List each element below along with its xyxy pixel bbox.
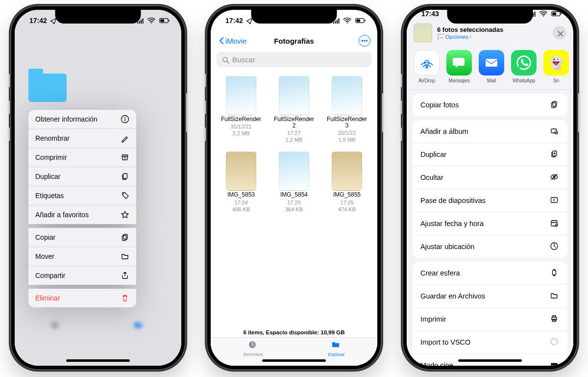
back-label: iMovie [225, 37, 246, 45]
file-item[interactable]: FullSizeRender 2 17:27 1,2 MB [269, 76, 319, 143]
clock-icon [248, 340, 259, 351]
location-arrow-icon [245, 17, 252, 24]
tab-browse[interactable]: Explorar [328, 340, 345, 357]
action-crear-esfera[interactable]: Crear esfera [413, 262, 567, 285]
message-icon [446, 50, 472, 75]
share-app-airdrop[interactable]: AirDrop [414, 50, 440, 83]
location-icon [550, 242, 560, 251]
share-app-label: AirDrop [418, 78, 435, 83]
play-rect-icon [550, 196, 560, 205]
action-guardar-en-archivos[interactable]: Guardar en Archivos [413, 285, 567, 308]
file-item[interactable]: IMG_5853 17:24 496 KB [216, 151, 267, 212]
nav-bar: iMovie Fotografías ••• [211, 31, 377, 50]
share-apps-row[interactable]: AirDropMensajesMailWhatsApp👻Sn [407, 47, 573, 90]
search-input[interactable]: Buscar [217, 52, 371, 67]
file-thumbnail [332, 76, 362, 115]
action-imprimir[interactable]: Imprimir [413, 308, 567, 331]
file-size: 364 KB [285, 206, 303, 212]
info-circle-icon [121, 115, 129, 124]
action-ocultar[interactable]: Ocultar [413, 166, 567, 189]
share-app-mensajes[interactable]: Mensajes [446, 50, 472, 83]
tag-icon [121, 191, 129, 200]
action-ajustar-ubicación[interactable]: Ajustar ubicación [413, 235, 567, 258]
context-item-añadir-a-favoritos[interactable]: Añadir a favoritos [28, 205, 136, 224]
selected-folder[interactable] [28, 69, 73, 104]
context-item-label: Mover [35, 252, 54, 260]
search-icon [221, 56, 229, 64]
wifi-icon [539, 10, 548, 17]
context-item-renombrar[interactable]: Renombrar [28, 129, 136, 148]
close-button[interactable] [553, 26, 566, 40]
action-duplicar[interactable]: Duplicar [413, 143, 567, 166]
action-label: Ocultar [420, 174, 443, 181]
file-item[interactable]: IMG_5854 17:25 364 KB [269, 151, 319, 212]
file-name: FullSizeRender 3 [324, 116, 369, 129]
action-label: Añadir a álbum [420, 127, 468, 135]
folder-icon [550, 291, 560, 301]
action-pase-de-diapositivas[interactable]: Pase de diapositivas [413, 189, 567, 212]
action-label: Copiar fotos [420, 101, 459, 109]
action-label: Import to VSCO [420, 338, 470, 346]
airdrop-icon [414, 50, 440, 75]
context-item-label: Obtener información [35, 115, 98, 123]
home-indicator[interactable] [458, 359, 522, 362]
notch [447, 10, 533, 24]
file-item[interactable]: IMG_5855 17:25 474 KB [321, 151, 372, 212]
action-ajustar-fecha-y-hora[interactable]: Ajustar fecha y hora [413, 212, 567, 235]
file-date: 17:24 [234, 200, 248, 205]
duplicate-plus-icon [550, 150, 560, 159]
context-item-etiquetas[interactable]: Etiquetas [28, 186, 136, 205]
file-item[interactable]: FullSizeRender 3 20/1/22 1,9 MB [321, 76, 372, 143]
battery-icon [354, 17, 367, 24]
back-button[interactable]: iMovie [218, 36, 246, 45]
storage-footer: 6 ítems, Espacio disponible: 10,99 GB [211, 326, 377, 337]
context-item-mover[interactable]: Mover [28, 247, 136, 266]
copy-doc-icon [121, 233, 129, 242]
share-app-sn[interactable]: 👻Sn [543, 50, 569, 83]
files-grid: FullSizeRender 31/12/21 2,2 MB FullSizeR… [211, 72, 377, 216]
file-size: 1,2 MB [286, 137, 303, 143]
blurred-tabbar [15, 312, 181, 341]
home-indicator[interactable] [66, 359, 130, 362]
status-time: 17:42 [225, 17, 243, 25]
share-app-label: WhatsApp [513, 78, 535, 83]
context-item-eliminar[interactable]: Eliminar [28, 289, 136, 307]
context-item-comprimir[interactable]: Comprimir [28, 148, 136, 167]
tab-label: Explorar [328, 352, 345, 357]
location-arrow-icon [49, 17, 56, 24]
file-thumbnail [226, 151, 256, 191]
context-item-copiar[interactable]: Copiar [28, 228, 136, 247]
file-item[interactable]: FullSizeRender 31/12/21 2,2 MB [216, 76, 267, 143]
action-añadir-a-álbum[interactable]: Añadir a álbum [413, 120, 567, 143]
context-item-duplicar[interactable]: Duplicar [28, 167, 136, 186]
share-preview-thumb [414, 24, 432, 42]
calendar-icon [550, 219, 560, 228]
share-options-button[interactable]: Opciones › [437, 33, 503, 40]
context-item-label: Etiquetas [35, 192, 64, 200]
more-button[interactable]: ••• [359, 35, 370, 47]
file-size: 474 KB [338, 206, 356, 212]
wifi-icon [343, 17, 352, 24]
action-label: Pase de diapositivas [420, 197, 486, 204]
file-size: 496 KB [232, 206, 250, 212]
file-name: IMG_5855 [333, 192, 361, 198]
chevron-left-icon [218, 36, 224, 45]
close-icon [556, 29, 563, 36]
share-icon [121, 271, 129, 280]
tab-label: Recientes [244, 352, 263, 357]
action-copiar-fotos[interactable]: Copiar fotos [413, 94, 567, 116]
home-indicator[interactable] [262, 359, 326, 362]
tab-recents[interactable]: Recientes [244, 340, 263, 357]
options-icon [437, 33, 444, 40]
file-date: 17:27 [287, 130, 301, 136]
status-time: 17:43 [421, 10, 439, 18]
cine-icon [550, 360, 560, 366]
trash-icon [121, 294, 129, 302]
share-app-label: Mail [487, 78, 496, 83]
share-app-mail[interactable]: Mail [478, 50, 505, 83]
action-label: Duplicar [420, 151, 446, 158]
share-app-whatsapp[interactable]: WhatsApp [511, 50, 537, 83]
context-item-compartir[interactable]: Compartir [28, 266, 136, 285]
context-item-obtener-información[interactable]: Obtener información [28, 110, 136, 129]
action-import-to-vsco[interactable]: Import to VSCO [413, 331, 567, 354]
